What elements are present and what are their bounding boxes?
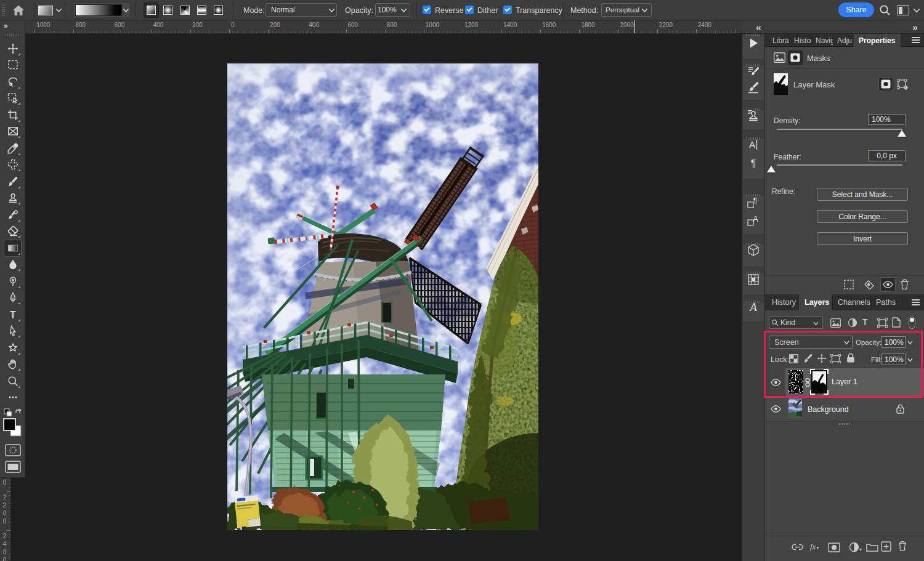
svg-text:A: A (753, 214, 758, 224)
svg-text:A: A (748, 301, 757, 313)
svg-text:T: T (10, 309, 16, 320)
svg-text:¶: ¶ (751, 158, 756, 169)
svg-text:A: A (749, 139, 755, 150)
svg-text:¶: ¶ (753, 196, 757, 205)
